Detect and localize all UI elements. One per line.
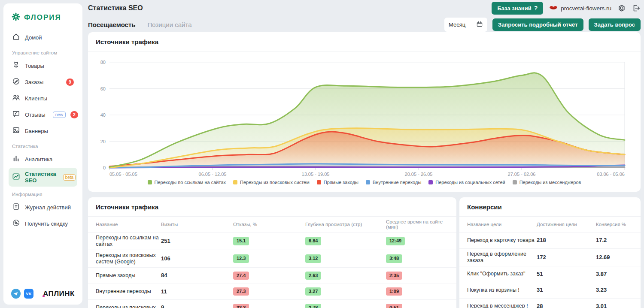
sidebar-item-label: Получить скидку — [25, 220, 68, 227]
goal-achievements: 218 — [537, 237, 596, 244]
table-row[interactable]: Переходы по ссылкам на сайтах25115.16.84… — [88, 232, 456, 250]
legend-swatch — [428, 180, 433, 184]
y-axis-label: 60 — [100, 86, 106, 91]
sidebar-item-products[interactable]: Товары — [9, 58, 77, 73]
seo-beta-badge: beta — [63, 174, 76, 181]
column-header: Глубина просмотра (стр) — [305, 222, 386, 227]
orders-count-badge: 9 — [66, 79, 74, 86]
bounce-cell: 33.3 — [233, 304, 305, 308]
conversions-table-title: Конверсии — [459, 197, 641, 216]
visits-value: 84 — [161, 272, 233, 279]
table-row[interactable]: Переходы из поисковых систем (Google)106… — [88, 250, 456, 267]
platform-brand-logo[interactable]: АПЛИНК — [43, 290, 75, 298]
sidebar-item-seo-stats[interactable]: Статистика SEO beta — [9, 168, 77, 187]
sidebar-item-action-log[interactable]: Журнал действий — [9, 199, 77, 215]
conversions-table-body: Переход в карточку товара21817.2Переход … — [459, 232, 641, 308]
legend-item[interactable]: Внутренние переходы — [366, 180, 421, 185]
telegram-icon[interactable] — [11, 289, 21, 299]
depth-badge: 2.78 — [305, 304, 321, 308]
table-row[interactable]: Клик "Оформить заказ"513.87 — [459, 266, 641, 282]
depth-badge: 2.63 — [305, 272, 321, 280]
legend-label: Внутренние переходы — [373, 180, 421, 185]
legend-item[interactable]: Переходы по ссылкам на сайтах — [148, 180, 226, 185]
app-logo[interactable]: ФЛОРИЯ — [9, 10, 77, 29]
knowledge-base-button[interactable]: База знаний? — [492, 2, 543, 15]
goal-name: Переход в оформление заказа — [467, 251, 537, 264]
chart-legend: Переходы по ссылкам на сайтахПереходы из… — [95, 180, 634, 185]
table-row[interactable]: Переход в оформление заказа17212.69 — [459, 248, 641, 266]
bounce-badge: 27.3 — [233, 287, 249, 296]
logout-icon[interactable] — [632, 4, 641, 12]
legend-label: Переходы из социальных сетей — [435, 180, 505, 185]
traffic-sources-table-card: Источники трафика НазваниеВизитыОтказы, … — [88, 197, 456, 308]
sidebar-item-clients[interactable]: Клиенты — [9, 91, 77, 106]
legend-item[interactable]: Переходы из социальных сетей — [428, 180, 505, 185]
reviews-new-badge: new — [53, 112, 66, 118]
x-axis-label: 20.05 - 26.05 — [405, 172, 433, 177]
sidebar-item-reviews[interactable]: Отзывы new 2 — [9, 107, 77, 122]
table-row[interactable]: Прямые заходы8427.42.632:35 — [88, 267, 456, 284]
x-axis-label: 13.05 - 19.05 — [302, 172, 330, 177]
flower-logo-icon — [11, 12, 21, 23]
sidebar-item-banners[interactable]: Баннеры — [9, 123, 77, 139]
sidebar-item-home[interactable]: Домой — [9, 30, 77, 45]
legend-item[interactable]: Прямые заходы — [317, 180, 358, 185]
avg-time-cell: 1:09 — [386, 287, 449, 296]
table-row[interactable]: Переход в карточку товара21817.2 — [459, 232, 641, 248]
table-row[interactable]: Переходы из поисковых933.32.780:51 — [88, 299, 456, 308]
goal-achievements: 31 — [537, 287, 596, 293]
column-header: Название цели — [467, 222, 537, 227]
period-select[interactable]: Месяц — [444, 18, 487, 32]
lips-icon — [549, 5, 558, 12]
bounce-cell: 27.3 — [233, 287, 305, 296]
source-name: Внутренние переходы — [96, 288, 161, 295]
legend-label: Переходы из мессенджеров — [519, 180, 581, 185]
table-row[interactable]: Переход в мессенджер !283.01 — [459, 298, 641, 308]
bounce-cell: 12.3 — [233, 254, 305, 263]
table-row[interactable]: Покупка из корзины !313.23 — [459, 282, 641, 298]
visits-value: 106 — [161, 255, 233, 262]
top-header: Статистика SEO База знаний? procvetai-fl… — [88, 0, 641, 16]
avg-time-badge: 1:09 — [386, 287, 402, 296]
table-row[interactable]: Внутренние переходы1127.33.271:09 — [88, 284, 456, 300]
depth-badge: 6.84 — [305, 237, 321, 245]
visits-value: 9 — [161, 304, 233, 308]
bounce-badge: 33.3 — [233, 304, 249, 308]
x-axis-label: 27.05 - 02.06 — [508, 172, 536, 177]
sidebar-footer: VK АПЛИНК — [9, 289, 77, 299]
tab-traffic[interactable]: Посещаемость — [88, 21, 136, 28]
tab-site-positions[interactable]: Позиции сайта — [148, 21, 192, 28]
discount-percent-icon — [12, 219, 20, 228]
legend-item[interactable]: Переходы из поисковых систем — [233, 180, 310, 185]
sidebar-section-info: Информация — [12, 192, 74, 197]
bounce-cell: 15.1 — [233, 237, 305, 245]
goal-achievements: 172 — [537, 254, 596, 261]
document-icon — [12, 202, 20, 212]
conversion-rate: 3.23 — [596, 287, 633, 293]
column-header: Отказы, % — [233, 222, 305, 227]
tab-bar: Посещаемость Позиции сайта — [88, 21, 192, 28]
legend-swatch — [513, 180, 517, 184]
users-icon — [12, 94, 20, 103]
sidebar-item-orders[interactable]: Заказы 9 — [9, 74, 77, 90]
ask-question-button[interactable]: Задать вопрос — [589, 18, 641, 31]
column-header: Визиты — [161, 222, 233, 227]
avg-time-cell: 12:49 — [386, 237, 449, 245]
sidebar-section-stats: Статистика — [12, 144, 74, 149]
vk-icon[interactable]: VK — [24, 289, 33, 299]
y-axis-label: 0 — [103, 165, 106, 170]
shop-domain[interactable]: procvetai-flowers.ru — [549, 5, 611, 12]
request-report-button[interactable]: Запросить подробный отчёт — [492, 18, 583, 31]
avg-time-cell: 3:48 — [386, 254, 449, 263]
sidebar-item-get-discount[interactable]: Получить скидку — [9, 216, 77, 231]
page-title: Статистика SEO — [88, 4, 143, 12]
traffic-sources-area-chart[interactable]: 80604020005.05 - 05.0506.05 - 12.0513.05… — [95, 52, 634, 178]
avg-time-cell: 2:35 — [386, 272, 449, 280]
legend-item[interactable]: Переходы из мессенджеров — [513, 180, 581, 185]
settings-gear-icon[interactable] — [617, 4, 626, 12]
sidebar-item-analytics[interactable]: Аналитика — [9, 151, 77, 167]
sidebar-item-label: Клиенты — [25, 95, 47, 102]
avg-time-badge: 3:48 — [386, 254, 402, 263]
review-bubble-icon — [12, 110, 20, 119]
sidebar-item-label: Статистика SEO — [25, 171, 56, 184]
